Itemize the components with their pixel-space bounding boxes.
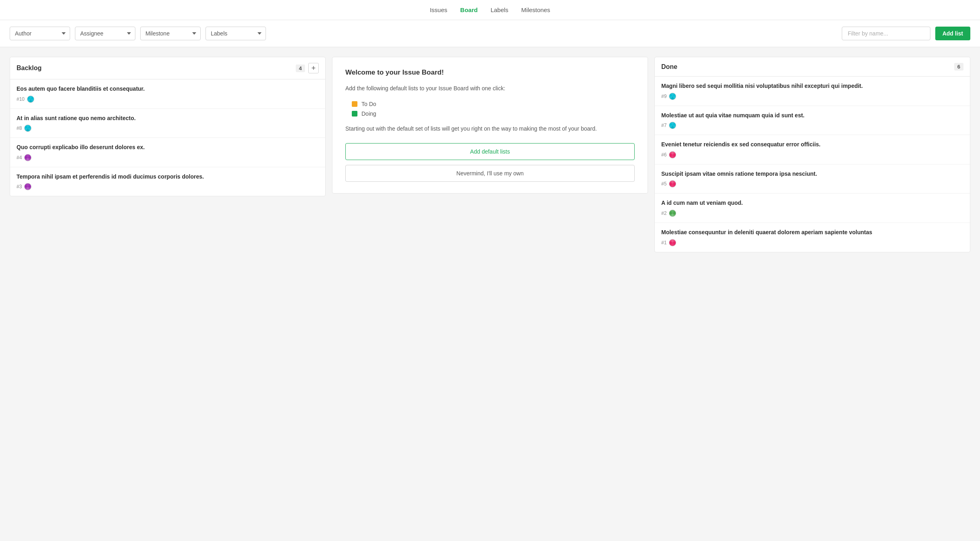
- assignee-filter[interactable]: Assignee: [75, 27, 135, 40]
- backlog-add-button[interactable]: +: [308, 63, 319, 73]
- welcome-column: Welcome to your Issue Board! Add the fol…: [332, 57, 648, 194]
- issue-card: Eveniet tenetur reiciendis ex sed conseq…: [655, 135, 970, 164]
- issue-card: Tempora nihil ipsam et perferendis id mo…: [10, 167, 325, 196]
- avatar: [24, 154, 31, 161]
- todo-label: To Do: [361, 101, 376, 107]
- backlog-column: Backlog 4 + Eos autem quo facere blandit…: [10, 57, 326, 196]
- done-column: Done 6 Magni libero sed sequi mollitia n…: [654, 57, 970, 252]
- add-default-lists-button[interactable]: Add default lists: [345, 143, 635, 160]
- issue-card: Suscipit ipsam vitae omnis ratione tempo…: [655, 164, 970, 194]
- issue-number: #3: [17, 184, 22, 189]
- avatar: [669, 122, 676, 129]
- issue-number: #7: [661, 123, 666, 128]
- done-title: Done: [661, 63, 677, 71]
- issue-number: #5: [661, 181, 666, 187]
- nav-milestones[interactable]: Milestones: [521, 6, 550, 13]
- add-list-button[interactable]: Add list: [935, 27, 970, 40]
- welcome-title: Welcome to your Issue Board!: [345, 69, 635, 77]
- avatar: [669, 151, 676, 158]
- issue-title: Eos autem quo facere blanditiis et conse…: [17, 85, 319, 93]
- avatar: [669, 210, 676, 217]
- issue-card: Quo corrupti explicabo illo deserunt dol…: [10, 138, 325, 167]
- issue-number: #2: [661, 210, 666, 216]
- issue-card: A id cum nam ut veniam quod. #2: [655, 194, 970, 223]
- backlog-title: Backlog: [17, 65, 42, 72]
- backlog-issues: Eos autem quo facere blanditiis et conse…: [10, 79, 325, 196]
- issue-title: Quo corrupti explicabo illo deserunt dol…: [17, 144, 319, 152]
- welcome-description: Add the following default lists to your …: [345, 84, 635, 93]
- issue-title: At in alias sunt ratione quo nemo archit…: [17, 114, 319, 123]
- avatar: [669, 239, 676, 246]
- issue-title: Molestiae consequuntur in deleniti quaer…: [661, 229, 963, 237]
- issue-number: #6: [661, 152, 666, 158]
- nav-issues[interactable]: Issues: [430, 6, 447, 13]
- issue-title: Tempora nihil ipsam et perferendis id mo…: [17, 173, 319, 181]
- issue-card: Magni libero sed sequi mollitia nisi vol…: [655, 77, 970, 106]
- board: Backlog 4 + Eos autem quo facere blandit…: [0, 47, 980, 540]
- issue-number: #4: [17, 155, 22, 160]
- issue-card: Eos autem quo facere blanditiis et conse…: [10, 79, 325, 109]
- avatar: [669, 180, 676, 187]
- backlog-count: 4: [296, 65, 305, 72]
- issue-number: #9: [661, 94, 666, 99]
- doing-color-box: [352, 111, 357, 117]
- filter-bar: Author Assignee Milestone Labels Add lis…: [0, 20, 980, 47]
- issue-title: Suscipit ipsam vitae omnis ratione tempo…: [661, 170, 963, 178]
- doing-label: Doing: [361, 110, 376, 117]
- avatar: [24, 125, 31, 132]
- done-issues: Magni libero sed sequi mollitia nisi vol…: [655, 77, 970, 252]
- issue-number: #8: [17, 125, 22, 131]
- milestone-filter[interactable]: Milestone: [140, 27, 201, 40]
- issue-title: Eveniet tenetur reiciendis ex sed conseq…: [661, 141, 963, 149]
- avatar: [24, 183, 31, 190]
- issue-title: A id cum nam ut veniam quod.: [661, 199, 963, 207]
- list-item-doing: Doing: [352, 110, 635, 117]
- list-item-todo: To Do: [352, 101, 635, 107]
- issue-title: Molestiae ut aut quia vitae numquam quia…: [661, 112, 963, 120]
- welcome-note: Starting out with the default set of lis…: [345, 124, 635, 133]
- issue-card: Molestiae ut aut quia vitae numquam quia…: [655, 106, 970, 135]
- nevermind-button[interactable]: Nevermind, I'll use my own: [345, 165, 635, 182]
- filter-by-name-input[interactable]: [842, 27, 930, 40]
- todo-color-box: [352, 101, 357, 107]
- avatar: [669, 93, 676, 100]
- avatar: [27, 96, 34, 103]
- issue-card: Molestiae consequuntur in deleniti quaer…: [655, 223, 970, 252]
- issue-card: At in alias sunt ratione quo nemo archit…: [10, 109, 325, 138]
- nav-board[interactable]: Board: [460, 6, 478, 13]
- backlog-header: Backlog 4 +: [10, 57, 325, 79]
- issue-number: #1: [661, 240, 666, 246]
- issue-title: Magni libero sed sequi mollitia nisi vol…: [661, 82, 963, 90]
- done-count: 6: [954, 63, 963, 71]
- nav-labels[interactable]: Labels: [490, 6, 508, 13]
- labels-filter[interactable]: Labels: [206, 27, 266, 40]
- author-filter[interactable]: Author: [10, 27, 70, 40]
- issue-number: #10: [17, 96, 25, 102]
- done-header: Done 6: [655, 57, 970, 77]
- top-nav: Issues Board Labels Milestones: [0, 0, 980, 20]
